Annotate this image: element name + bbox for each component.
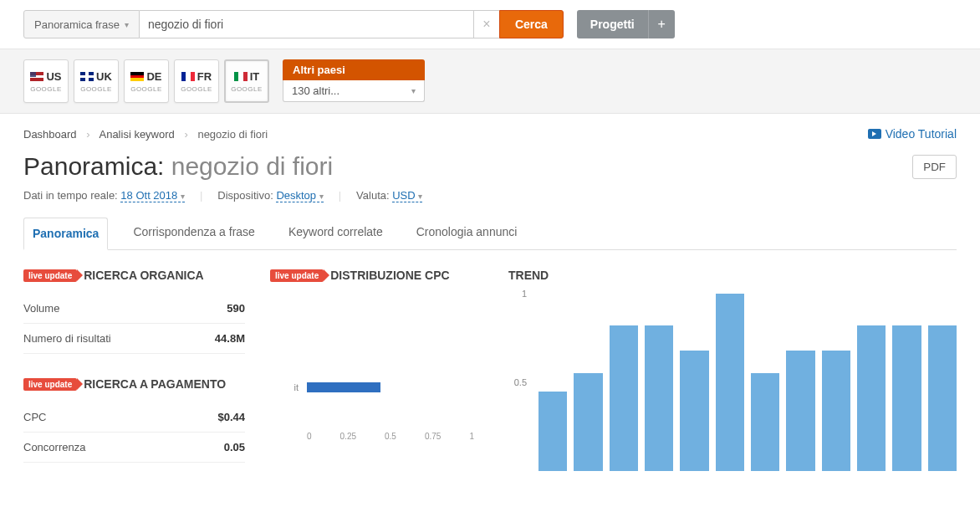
device-picker[interactable]: Desktop ▾ <box>276 189 323 202</box>
section-paid-title: live update RICERCA A PAGAMENTO <box>23 377 245 391</box>
tab-overview[interactable]: Panoramica <box>23 218 108 250</box>
trend-bar <box>928 325 957 471</box>
chevron-down-icon: ▾ <box>411 86 416 95</box>
report-tabs: Panoramica Corrispondenza a frase Keywor… <box>23 217 957 250</box>
search-mode-label: Panoramica frase <box>34 18 120 31</box>
section-organic-title: live update RICERCA ORGANICA <box>23 269 245 282</box>
live-update-badge: live update <box>23 269 77 282</box>
crumb-current: negozio di fiori <box>197 128 268 141</box>
trend-chart: 1 0.5 <box>508 294 957 486</box>
trend-bar <box>892 325 921 471</box>
volume-value: 590 <box>227 302 245 315</box>
date-picker[interactable]: 18 Ott 2018 ▾ <box>120 189 185 202</box>
trend-bar <box>716 294 744 471</box>
cpc-xtick: 0 <box>307 432 312 441</box>
page-title: Panoramica: negozio di fiori <box>23 152 333 181</box>
section-trend-title: TREND <box>508 269 957 282</box>
export-pdf-button[interactable]: PDF <box>912 155 957 179</box>
clear-search-button[interactable]: × <box>474 10 499 38</box>
trend-ytick-05: 0.5 <box>514 377 527 387</box>
trend-bar <box>786 351 814 471</box>
country-tab-fr[interactable]: FR GOOGLE <box>174 59 219 103</box>
cpc-xtick: 0.75 <box>425 432 441 441</box>
crumb-dashboard[interactable]: Dashboard <box>23 128 77 141</box>
live-update-badge: live update <box>23 378 77 391</box>
country-tab-it[interactable]: IT GOOGLE <box>224 59 269 103</box>
trend-bar <box>645 325 673 471</box>
search-mode-dropdown[interactable]: Panoramica frase ▾ <box>23 10 140 38</box>
video-play-icon <box>868 129 881 139</box>
other-countries-dropdown[interactable]: Altri paesi 130 altri... ▾ <box>283 59 425 103</box>
flag-fr-icon <box>181 72 195 81</box>
tab-phrase-match[interactable]: Corrispondenza a frase <box>125 217 263 249</box>
tab-ad-history[interactable]: Cronologia annunci <box>408 217 526 249</box>
trend-bar <box>538 392 567 471</box>
cpc-label: CPC <box>23 411 46 423</box>
projects-button[interactable]: Progetti <box>577 10 648 38</box>
tab-related-keywords[interactable]: Keyword correlate <box>280 217 391 249</box>
cpc-xtick: 0.5 <box>385 432 396 441</box>
competition-label: Concorrenza <box>23 441 85 453</box>
breadcrumb: Dashboard › Analisi keyword › negozio di… <box>23 128 268 141</box>
trend-bar <box>574 373 602 471</box>
chevron-down-icon: ▾ <box>125 20 129 29</box>
keyword-search-input[interactable] <box>140 10 474 38</box>
cpc-distribution-chart: it 00.250.50.751 <box>270 299 483 441</box>
results-value: 44.8M <box>215 332 245 345</box>
section-cpc-title: live update DISTRIBUZIONE CPC <box>270 269 483 282</box>
cpc-x-axis: 00.250.50.751 <box>307 432 474 441</box>
country-tab-us[interactable]: US GOOGLE <box>23 59 69 103</box>
trend-bar <box>751 373 779 471</box>
currency-picker[interactable]: USD ▾ <box>392 189 422 202</box>
countries-bar: US GOOGLE UK GOOGLE DE GOOGLE FR GOOGLE … <box>0 49 980 114</box>
add-project-button[interactable]: + <box>648 10 675 38</box>
meta-row: Dati in tempo reale: 18 Ott 2018 ▾ | Dis… <box>23 189 957 202</box>
crumb-keyword-analysis[interactable]: Analisi keyword <box>99 128 174 141</box>
results-label: Numero di risultati <box>23 332 111 345</box>
cpc-bar <box>307 382 380 392</box>
trend-bar <box>680 351 708 471</box>
country-tab-uk[interactable]: UK GOOGLE <box>74 59 119 103</box>
trend-ytick-1: 1 <box>522 289 527 299</box>
search-button[interactable]: Cerca <box>499 10 564 38</box>
trend-bar <box>822 351 850 471</box>
video-tutorial-link[interactable]: Video Tutorial <box>868 127 957 141</box>
live-update-badge: live update <box>270 269 324 282</box>
cpc-xtick: 1 <box>469 432 474 441</box>
cpc-xtick: 0.25 <box>340 432 356 441</box>
flag-uk-icon <box>80 72 94 81</box>
flag-de-icon <box>130 72 144 81</box>
flag-it-icon <box>234 72 248 81</box>
trend-bar <box>857 325 886 471</box>
trend-bar <box>610 325 638 471</box>
volume-label: Volume <box>23 302 59 315</box>
cpc-value: $0.44 <box>217 411 245 423</box>
other-countries-header: Altri paesi <box>283 59 425 80</box>
competition-value: 0.05 <box>224 441 245 453</box>
country-tab-de[interactable]: DE GOOGLE <box>124 59 169 103</box>
flag-us-icon <box>30 72 43 81</box>
cpc-row-label: it <box>290 382 299 392</box>
other-countries-label: 130 altri... <box>292 84 339 97</box>
